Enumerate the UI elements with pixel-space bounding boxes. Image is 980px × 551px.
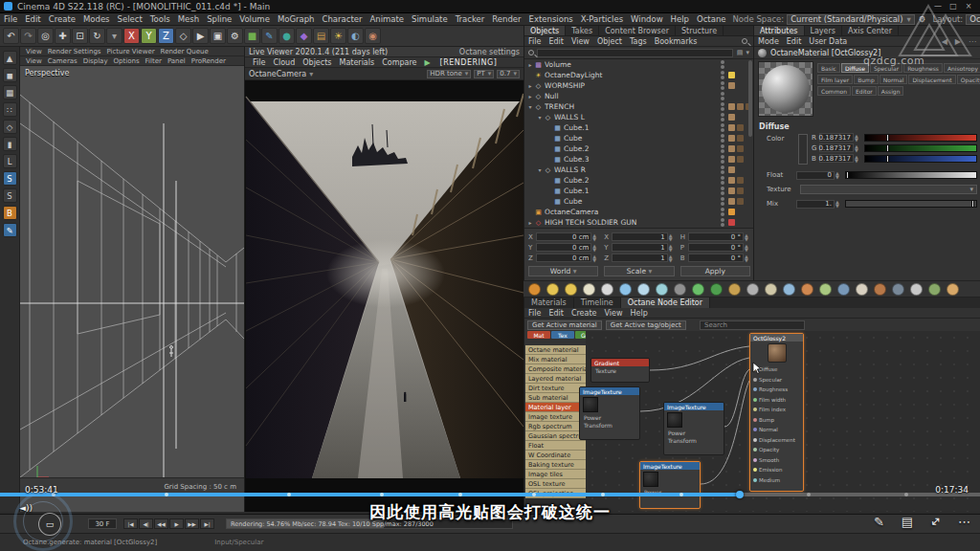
expand-arrow-icon[interactable]: ▸: [526, 93, 534, 99]
octane-layer-icon[interactable]: [783, 283, 795, 296]
object-tag-icon[interactable]: [728, 156, 735, 163]
chapter-marker[interactable]: [601, 493, 605, 496]
objects-menu-item[interactable]: Object: [593, 37, 626, 46]
objects-tab[interactable]: Structure: [676, 26, 724, 35]
filter-chip[interactable]: Mat: [527, 331, 550, 339]
octane-object-tag-icon[interactable]: [837, 283, 850, 296]
objects-menu-item[interactable]: Tags: [626, 37, 651, 46]
fullscreen-icon[interactable]: ↕: [926, 513, 944, 530]
stepper-icon[interactable]: ▲▼: [669, 233, 675, 241]
object-tree-row[interactable]: ▦ Cube.2: [524, 143, 754, 154]
menu-item[interactable]: Tools: [146, 14, 174, 24]
pen-icon[interactable]: ✎: [3, 223, 17, 237]
coord-system-icon[interactable]: ◇: [175, 28, 191, 44]
object-tag-icon[interactable]: [728, 124, 735, 131]
stepper-icon[interactable]: ▲▼: [592, 254, 598, 262]
object-tag-icon[interactable]: [737, 114, 744, 121]
stepper-icon[interactable]: ▲▼: [592, 233, 598, 241]
object-tree-row[interactable]: ▸ ◇ Null: [524, 91, 754, 101]
object-tree-row[interactable]: ▸ ◇ HIGH TECH SOLDIER GUN: [524, 217, 754, 228]
object-tag-icon[interactable]: [728, 135, 735, 142]
attributes-tab[interactable]: Layers: [805, 26, 842, 35]
octane-targetlight-icon[interactable]: [583, 283, 595, 296]
stepper-icon[interactable]: ▲▼: [745, 244, 750, 252]
material-tab[interactable]: Anisotropy: [944, 63, 980, 73]
node-type-item[interactable]: Float: [525, 441, 586, 451]
object-tree-row[interactable]: ▦ Cube.1: [524, 122, 754, 133]
expand-arrow-icon[interactable]: ▾: [536, 114, 544, 121]
objects-menu-item[interactable]: Edit: [545, 37, 568, 46]
node-port[interactable]: Emission: [750, 465, 803, 475]
menu-item[interactable]: Simulate: [408, 14, 452, 24]
texture-mode-icon[interactable]: ▦: [3, 85, 17, 99]
node-port[interactable]: Film width: [750, 395, 803, 406]
octane-aov-icon[interactable]: [801, 283, 813, 296]
image-texture-node[interactable]: ImageTexture Power Transform: [663, 402, 724, 455]
stepper-icon[interactable]: ▲▼: [745, 233, 750, 241]
node-editor-menu-item[interactable]: View: [600, 309, 626, 318]
object-tree-row[interactable]: ▦ Cube.3: [524, 154, 754, 165]
menu-item[interactable]: Extensions: [525, 14, 577, 24]
chapter-marker[interactable]: [807, 493, 811, 496]
node-type-item[interactable]: OSL texture: [525, 479, 586, 489]
stepper-icon[interactable]: ▲▼: [592, 244, 598, 252]
object-tag-icon[interactable]: [737, 177, 744, 184]
menu-item[interactable]: MoGraph: [274, 14, 319, 24]
object-tag-icon[interactable]: [737, 145, 744, 152]
add-spline-icon[interactable]: ✎: [261, 28, 278, 44]
visibility-dots[interactable]: [721, 208, 724, 217]
viewport-menu-item[interactable]: Options: [111, 57, 143, 65]
exposure-dropdown[interactable]: 0.7▾: [497, 70, 520, 78]
more-icon[interactable]: ⋯: [958, 515, 970, 529]
object-tree-row[interactable]: ▾ ◇ WALLS R: [524, 165, 754, 175]
render-view-icon[interactable]: ▶: [192, 28, 209, 44]
object-tree-row[interactable]: ▣ OctaneCamera: [524, 207, 754, 217]
viewport-camera-label[interactable]: Perspective: [25, 69, 69, 77]
object-tag-icon[interactable]: [728, 198, 735, 205]
menu-item[interactable]: Help: [667, 14, 693, 24]
chapter-marker[interactable]: [165, 493, 168, 496]
node-port[interactable]: Film index: [750, 405, 803, 415]
coordinate-value-input[interactable]: 0 °: [688, 232, 744, 241]
objects-menu-item[interactable]: View: [568, 37, 593, 46]
channel-slider[interactable]: [864, 144, 977, 152]
viewport-menu-item[interactable]: Filter: [143, 57, 165, 65]
object-tag-icon[interactable]: [728, 219, 735, 226]
panel-tab[interactable]: Octane Node Editor: [621, 298, 710, 308]
filter-chip[interactable]: Tex: [551, 331, 574, 339]
coordinate-value-input[interactable]: 1: [612, 232, 667, 241]
channel-value-input[interactable]: 0.187317: [819, 154, 854, 163]
snap-icon[interactable]: S: [3, 171, 17, 186]
octane-material-node[interactable]: OctGlossy2 Diffuse Specular Roughness: [749, 333, 804, 492]
object-tree-row[interactable]: ▸ ◇ WORMSHIP: [524, 80, 754, 91]
coordinate-value-input[interactable]: 0 °: [688, 243, 744, 252]
add-material-icon[interactable]: ◉: [365, 28, 381, 44]
object-tree-row[interactable]: ▦ Cube: [524, 196, 754, 207]
attributes-menu-item[interactable]: Mode: [754, 37, 783, 46]
chapter-marker[interactable]: [458, 493, 462, 496]
visibility-dots[interactable]: [721, 165, 724, 175]
magnet-icon[interactable]: B: [3, 206, 17, 220]
expand-arrow-icon[interactable]: ▸: [526, 61, 534, 68]
stepper-icon[interactable]: ▲▼: [835, 171, 841, 179]
coordinate-value-input[interactable]: 0 cm: [536, 232, 591, 241]
texture-dropdown[interactable]: ▾: [800, 185, 977, 194]
viewport-menu-item[interactable]: Cameras: [45, 57, 80, 65]
menu-item[interactable]: Spline: [203, 14, 235, 24]
material-preview[interactable]: [758, 61, 813, 117]
scale-icon[interactable]: ⊡: [72, 28, 88, 44]
search-icon[interactable]: [742, 38, 747, 44]
octane-displacement-icon[interactable]: [892, 283, 904, 296]
coordinate-value-input[interactable]: 0 cm: [536, 243, 591, 252]
node-type-item[interactable]: Baking texture: [525, 460, 586, 470]
material-tab[interactable]: Displacement: [908, 75, 955, 84]
node-port[interactable]: Roughness: [750, 385, 803, 395]
viewer-menu-item[interactable]: Materials: [335, 58, 378, 67]
chapter-marker[interactable]: [532, 493, 536, 496]
polygons-mode-icon[interactable]: ▮: [3, 137, 17, 151]
visibility-dots[interactable]: [721, 197, 724, 207]
octane-fog-icon[interactable]: [656, 283, 668, 296]
node-port[interactable]: Specular: [750, 375, 803, 386]
viewport-menu-item[interactable]: Render Settings: [45, 48, 104, 55]
chapter-marker[interactable]: [679, 493, 683, 496]
